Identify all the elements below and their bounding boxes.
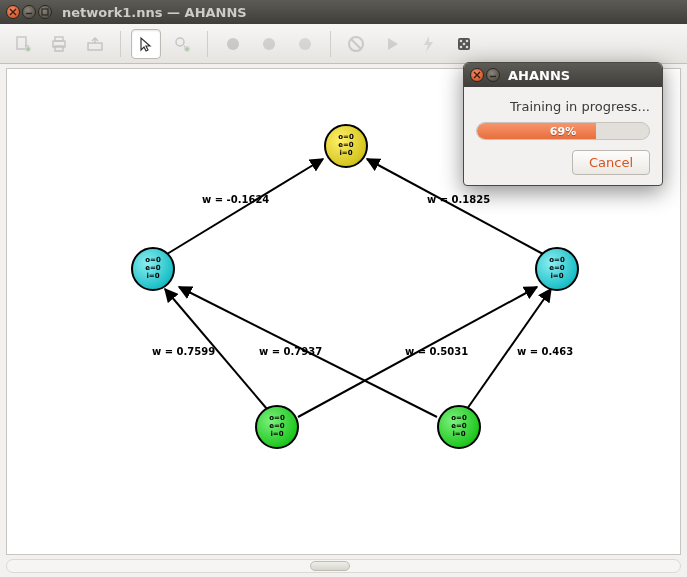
edge-weight-label: w = 0.7937 xyxy=(259,346,322,357)
add-document-icon[interactable] xyxy=(8,29,38,59)
node-value: i=0 xyxy=(550,273,563,281)
edge-weight-label: w = 0.5031 xyxy=(405,346,468,357)
svg-point-15 xyxy=(466,39,469,42)
node-value: i=0 xyxy=(452,431,465,439)
node-value: i=0 xyxy=(270,431,283,439)
progress-text: 69% xyxy=(477,123,649,139)
main-window: network1.nns — AHANNS xyxy=(0,0,687,577)
close-icon[interactable] xyxy=(6,5,20,19)
dialog-title: AHANNS xyxy=(508,68,570,83)
edge-weight-label: w = -0.1624 xyxy=(202,194,269,205)
minimize-icon[interactable] xyxy=(22,5,36,19)
cancel-button[interactable]: Cancel xyxy=(572,150,650,175)
print-icon[interactable] xyxy=(44,29,74,59)
svg-point-17 xyxy=(460,45,463,48)
export-icon[interactable] xyxy=(80,29,110,59)
progress-bar: 69% xyxy=(476,122,650,140)
minimize-icon[interactable] xyxy=(486,68,500,82)
add-node-icon[interactable] xyxy=(167,29,197,59)
svg-rect-4 xyxy=(55,37,63,41)
neuron-type-2-icon[interactable] xyxy=(254,29,284,59)
toolbar xyxy=(0,24,687,64)
node-value: i=0 xyxy=(146,273,159,281)
svg-point-11 xyxy=(299,38,311,50)
maximize-icon[interactable] xyxy=(38,5,52,19)
hidden-node-left[interactable]: o=0 e=0 i=0 xyxy=(131,247,175,291)
edge-weight-label: w = 0.7599 xyxy=(152,346,215,357)
svg-rect-6 xyxy=(88,43,102,50)
output-node[interactable]: o=0 e=0 i=0 xyxy=(324,124,368,168)
dialog-titlebar[interactable]: AHANNS xyxy=(464,63,662,87)
close-icon[interactable] xyxy=(470,68,484,82)
train-icon[interactable] xyxy=(413,29,443,59)
window-title: network1.nns — AHANNS xyxy=(62,5,247,20)
edge-weight-label: w = 0.463 xyxy=(517,346,573,357)
cursor-icon[interactable] xyxy=(131,29,161,59)
window-controls xyxy=(6,5,52,19)
svg-line-19 xyxy=(167,159,323,254)
svg-point-7 xyxy=(176,38,184,46)
dialog-actions: Cancel xyxy=(476,150,650,175)
input-node-left[interactable]: o=0 e=0 i=0 xyxy=(255,405,299,449)
svg-rect-0 xyxy=(42,9,48,15)
no-entry-icon[interactable] xyxy=(341,29,371,59)
input-node-right[interactable]: o=0 e=0 i=0 xyxy=(437,405,481,449)
randomize-icon[interactable] xyxy=(449,29,479,59)
dialog-body: Training in progress... 69% Cancel xyxy=(464,87,662,185)
titlebar[interactable]: network1.nns — AHANNS xyxy=(0,0,687,24)
svg-point-14 xyxy=(460,39,463,42)
svg-point-16 xyxy=(463,42,466,45)
horizontal-scrollbar[interactable] xyxy=(6,559,681,573)
svg-point-9 xyxy=(227,38,239,50)
play-icon[interactable] xyxy=(377,29,407,59)
svg-point-18 xyxy=(466,45,469,48)
scrollbar-thumb[interactable] xyxy=(310,561,350,571)
edge-weight-label: w = 0.1825 xyxy=(427,194,490,205)
dialog-window-controls xyxy=(470,68,500,82)
neuron-type-1-icon[interactable] xyxy=(218,29,248,59)
hidden-node-right[interactable]: o=0 e=0 i=0 xyxy=(535,247,579,291)
neuron-type-3-icon[interactable] xyxy=(290,29,320,59)
dialog-message: Training in progress... xyxy=(476,99,650,114)
training-dialog[interactable]: AHANNS Training in progress... 69% Cance… xyxy=(463,62,663,186)
svg-rect-1 xyxy=(17,37,26,49)
node-value: i=0 xyxy=(339,150,352,158)
svg-point-10 xyxy=(263,38,275,50)
